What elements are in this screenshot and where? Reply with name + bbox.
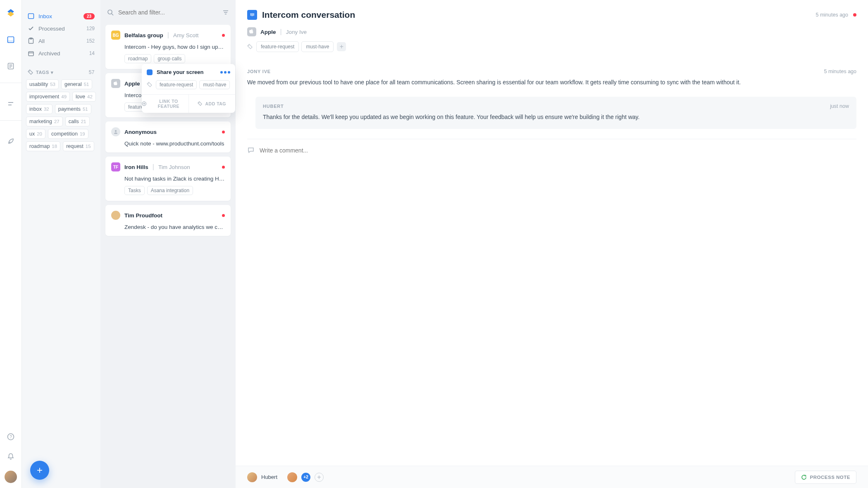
svg-point-32 [248,45,249,46]
note-tag[interactable]: roadmap [124,54,151,63]
popover-more-icon[interactable] [220,71,230,74]
tag-chip[interactable]: general51 [61,79,93,89]
tag-chip[interactable]: payments51 [55,104,91,114]
tag-icon [247,44,253,50]
tag-icon [28,69,33,75]
filter-icon[interactable] [222,9,229,16]
reply-author: HUBERT [263,104,284,109]
add-tag-button[interactable]: ADD TAG [188,95,236,113]
svg-point-16 [108,10,112,14]
note-company: Belfalas group [124,32,163,38]
note-body: Not having tasks in Zlack is creating HU… [124,176,225,182]
nav-icon [28,25,34,32]
note-avatar [111,211,120,220]
nav-count: 129 [86,26,95,31]
nav-icon [28,38,34,44]
nav-icon [28,13,34,19]
nav-item-archived[interactable]: Archived 14 [22,47,100,60]
intercom-icon [247,10,257,20]
note-company: Anonymous [124,129,157,135]
popover-title: Share your screen [157,69,216,75]
nav-item-inbox[interactable]: Inbox 23 [22,10,100,22]
tag-chip[interactable]: inbox32 [26,104,52,114]
detail-tag[interactable]: must-have [301,41,334,52]
note-tag[interactable]: Tasks [124,186,145,195]
note-company: Iron Hills [124,164,148,170]
chevron-down-icon[interactable]: ▾ [51,70,54,75]
popover-tag[interactable]: feature-request [156,80,197,89]
svg-point-26 [199,102,200,103]
nav-count: 152 [86,38,95,44]
svg-rect-13 [29,52,33,56]
detail-tag[interactable]: feature-request [256,41,299,52]
note-body: Quick note - www.producthunt.com/tools [124,140,225,147]
comment-icon [247,147,255,154]
tag-chip[interactable]: roadmap18 [26,141,60,151]
message-author: JONY IVE [247,69,271,74]
rail-inbox-icon[interactable] [5,34,17,45]
rail-leaf-icon[interactable] [5,136,17,147]
tag-chip[interactable]: marketing27 [26,117,63,126]
tag-chip[interactable]: ux20 [26,129,45,139]
tags-section-title: TAGS [36,70,49,75]
search-input[interactable] [118,9,222,16]
unread-dot [222,34,225,37]
tag-chip[interactable]: love42 [72,92,96,102]
nav-item-label: Archived [38,50,60,57]
detail-person: Jony Ive [286,29,307,35]
note-body: Zendesk - do you have analytics we could… [124,224,225,230]
note-body: Intercom - Hey guys, how do I sign up fo… [124,44,225,50]
rail-lines-icon[interactable] [5,98,17,110]
nav-item-label: Inbox [38,13,52,19]
note-avatar: BG [111,31,120,40]
tag-icon [147,82,153,88]
svg-rect-1 [8,40,14,43]
detail-company: Apple [260,29,276,35]
note-person: Tim Johnson [158,164,190,170]
unread-dot [222,214,225,217]
note-person: Amy Scott [173,32,199,38]
feature-popover: Share your screen feature-requestmust-ha… [142,64,235,113]
rail-notes-icon[interactable] [5,60,17,72]
note-tag[interactable]: Asana integration [147,186,193,195]
tag-chip[interactable]: usability53 [26,79,59,89]
svg-point-22 [148,83,149,84]
tags-section-count: 57 [89,69,95,75]
nav-item-label: All [38,38,45,44]
tag-chip[interactable]: calls21 [65,117,90,126]
unread-dot [222,131,225,133]
nav-item-all[interactable]: All 152 [22,35,100,47]
nav-item-processed[interactable]: Processed 129 [22,22,100,35]
svg-rect-10 [29,14,34,19]
tag-chip[interactable]: competition19 [48,129,88,139]
detail-title: Intercom conversation [262,10,585,20]
note-card[interactable]: Tim Proudfoot Zendesk - do you have anal… [105,205,231,236]
note-card[interactable]: BG Belfalas group |Amy Scott Intercom - … [105,25,231,69]
note-card[interactable]: TF Iron Hills |Tim Johnson Not having ta… [105,157,231,201]
comment-input[interactable] [260,147,585,154]
nav-badge: 23 [83,13,95,19]
note-card[interactable]: Anonymous Quick note - www.producthunt.c… [105,121,231,152]
svg-point-15 [29,71,30,71]
svg-point-21 [115,130,117,132]
message-body: We moved from our previous tool to have … [247,78,585,88]
reply-body: Thanks for the details. We'll keep you u… [263,112,585,122]
tag-chip[interactable]: request15 [63,141,94,151]
apple-icon [247,27,256,36]
popover-tag[interactable]: must-have [199,80,230,89]
add-tag-square-button[interactable]: + [337,42,346,51]
link-to-feature-button[interactable]: LINK TO FEATURE [142,95,188,113]
note-tag[interactable]: group calls [154,54,185,63]
note-avatar [111,127,120,136]
note-company: Tim Proudfoot [124,212,162,219]
nav-count: 14 [89,50,95,56]
note-company: Apple [124,81,140,87]
feature-color-icon [147,69,153,75]
note-avatar [111,79,120,88]
unread-dot [222,166,225,169]
svg-line-17 [112,14,113,15]
note-avatar: TF [111,162,120,171]
tag-chip[interactable]: improvement49 [26,92,70,102]
nav-item-label: Processed [38,26,65,32]
search-icon [107,9,114,16]
